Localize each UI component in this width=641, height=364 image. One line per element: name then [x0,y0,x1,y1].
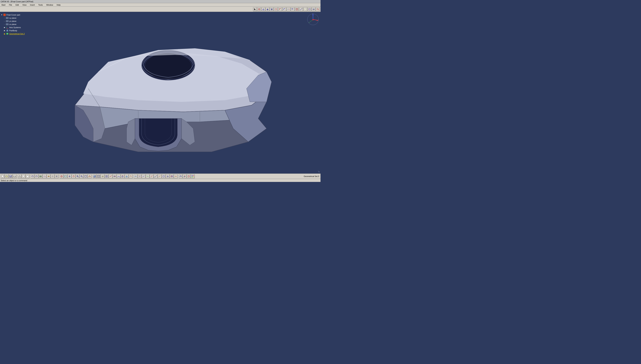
svg-line-70 [19,175,20,177]
btn-project[interactable] [166,174,170,178]
btn-save[interactable] [9,174,12,178]
tool-pattern[interactable] [291,7,295,11]
svg-rect-161 [188,176,190,177]
tree-root[interactable]: ▼ Final Cover part [1,13,34,16]
tool-sketch[interactable] [262,7,265,11]
btn-multiview[interactable] [105,174,108,178]
btn-extract[interactable] [121,174,124,178]
top-toolbar [0,7,320,12]
btn-print[interactable] [13,174,16,178]
tool-analysis[interactable] [316,7,320,11]
tree-item-yz-plane[interactable]: — yz plane [1,20,34,23]
btn-formula[interactable]: f(x) [43,174,46,178]
menu-view[interactable]: View [22,4,27,6]
btn-fit-all[interactable] [84,174,88,178]
tool-layer[interactable] [312,7,316,11]
tool-measure[interactable] [299,7,303,11]
svg-rect-74 [27,176,28,177]
svg-marker-14 [289,9,290,10]
tool-shell[interactable] [295,7,299,11]
btn-constraint[interactable] [187,174,191,178]
btn-paste[interactable] [26,174,30,178]
btn-section-cut[interactable] [113,174,116,178]
tool-snap[interactable] [257,7,261,11]
btn-grid[interactable] [51,174,54,178]
svg-line-112 [78,177,79,177]
btn-offset-surface[interactable] [134,174,138,178]
btn-new[interactable] [1,174,4,178]
status-text: Select an object or a command [1,180,27,182]
btn-parallel[interactable] [174,174,178,178]
btn-undo[interactable] [30,174,34,178]
btn-redo[interactable] [34,174,38,178]
tool-chamfer[interactable] [282,7,286,11]
expand-icon: ▼ [1,14,3,16]
tool-mirror[interactable] [286,7,290,11]
tool-render[interactable] [303,7,307,11]
menu-start[interactable]: Start [1,4,6,6]
svg-rect-141 [122,176,123,177]
btn-apply-material[interactable] [101,174,104,178]
btn-catalog[interactable] [64,174,68,178]
tree-item-axis-systems[interactable]: ▶ Axis Systems [1,26,34,29]
tool-section[interactable] [308,7,312,11]
svg-rect-166 [192,175,192,176]
btn-zoom-out[interactable] [80,174,84,178]
btn-curve-smooth[interactable] [146,174,150,178]
btn-spline[interactable] [158,174,162,178]
tree-item-zx-plane[interactable]: — zx plane [1,23,34,26]
menu-window[interactable]: Window [46,4,54,6]
btn-plane[interactable] [179,174,182,178]
btn-normal-view[interactable] [88,174,92,178]
svg-rect-36 [6,24,8,25]
btn-analyze-2[interactable] [109,174,112,178]
btn-fill[interactable] [125,174,128,178]
btn-copy[interactable] [22,174,26,178]
tree-item-geo-set[interactable]: ▶ Geometrical Set.3 [1,32,34,35]
btn-axis[interactable] [183,174,187,178]
menu-help[interactable]: Help [56,4,61,6]
tool-pocket[interactable] [270,7,274,11]
tree-yz-plane-label: yz plane [9,20,16,22]
btn-line[interactable] [154,174,158,178]
btn-render-shading[interactable] [92,174,96,178]
tool-fillet[interactable] [278,7,282,11]
btn-render-wire[interactable] [97,174,100,178]
btn-cut[interactable] [18,174,22,178]
tool-select[interactable] [253,7,257,11]
btn-intersection[interactable] [170,174,174,178]
btn-macro[interactable] [47,174,50,178]
viewport[interactable]: Z X Y ↘ [35,12,320,174]
menu-file[interactable]: File [8,4,13,6]
svg-point-94 [56,177,56,177]
btn-workbench[interactable] [60,174,64,178]
partbody-icon [6,29,9,32]
tree-item-partbody[interactable]: ▶ PartBody [1,29,34,32]
tree-item-xy-plane[interactable]: — xy plane [1,16,34,20]
svg-rect-73 [23,176,24,177]
tool-extrude[interactable] [266,7,270,11]
menu-edit[interactable]: Edit [15,4,20,6]
btn-pan[interactable] [68,174,72,178]
svg-line-32 [318,10,319,10]
menu-insert[interactable]: Insert [29,4,36,6]
tool-revolve[interactable] [274,7,278,11]
btn-snap-grid[interactable] [55,174,58,178]
menu-tools[interactable]: Tools [38,4,44,6]
btn-point[interactable] [150,174,154,178]
svg-rect-67 [14,176,15,177]
btn-zoom-in[interactable] [76,174,80,178]
btn-sweep[interactable] [117,174,120,178]
btn-extrapolate[interactable] [142,174,146,178]
btn-swatch[interactable] [191,174,195,178]
btn-trim[interactable] [138,174,142,178]
resize-handle: ↘ [318,170,320,173]
svg-rect-61 [6,176,8,177]
svg-marker-8 [267,8,268,9]
btn-sketcher[interactable] [38,174,42,178]
svg-rect-18 [292,9,293,10]
btn-join[interactable] [129,174,133,178]
btn-circle[interactable] [162,174,166,178]
btn-rotate-view[interactable] [72,174,76,178]
btn-open[interactable] [5,174,8,178]
